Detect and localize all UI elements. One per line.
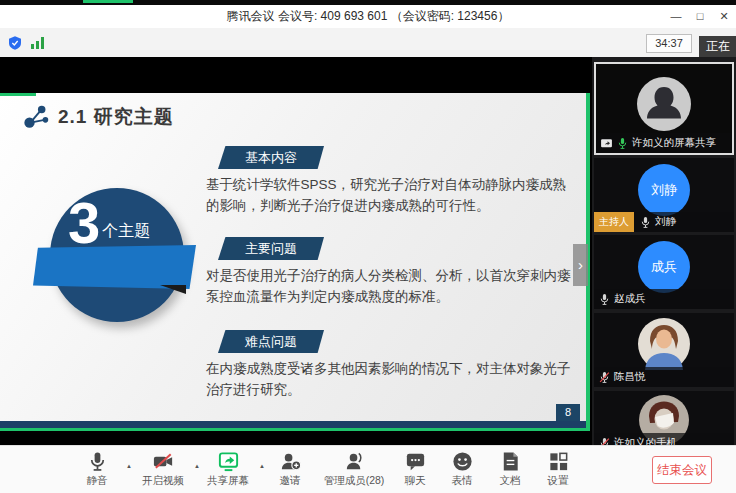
host-badge: 主持人	[594, 212, 634, 232]
slide-footer-bar	[0, 421, 587, 428]
mic-muted-icon	[598, 371, 611, 384]
participant-tile-chenchangyue[interactable]: 陈昌悦	[594, 313, 734, 387]
participant-tile-xuruyi-phone[interactable]: 许如义的手机	[594, 391, 734, 445]
participant-tile-screen-share[interactable]: 许如义的屏幕共享	[594, 62, 734, 155]
section-badge-main: 主要问题	[218, 237, 324, 260]
window-titlebar[interactable]: 腾讯会议 会议号: 409 693 601 （会议密码: 123456） — □…	[0, 5, 736, 28]
document-icon	[499, 450, 522, 473]
initials-avatar: 刘静	[638, 164, 690, 216]
section-text-difficulty: 在内瘘成熟度受诸多其他因素影响的情况下，对主体对象光子治疗进行研究。	[206, 358, 578, 400]
invite-person-icon	[279, 450, 302, 473]
section-text-main: 对是否使用光子治疗的病人分类检测、分析，以首次穿刺内瘘泵控血流量作为判定内瘘成熟…	[206, 265, 578, 307]
share-border-fragment	[83, 0, 133, 3]
participant-name: 陈昌悦	[614, 370, 646, 384]
members-icon	[343, 450, 366, 473]
invite-button[interactable]: 邀请	[262, 450, 318, 488]
meeting-timer: 34:37	[646, 34, 692, 53]
smiley-icon	[451, 450, 474, 473]
mic-icon	[86, 450, 109, 473]
share-border-top	[0, 93, 36, 96]
section-text-basic: 基于统计学软件SPSS，研究光子治疗对自体动静脉内瘘成熟的影响，判断光子治疗促进…	[206, 174, 578, 216]
silhouette-avatar	[636, 76, 692, 132]
mic-icon	[598, 293, 611, 306]
mic-on-icon	[616, 137, 629, 150]
start-video-button[interactable]: 开启视频	[135, 450, 191, 488]
chat-bubble-icon	[404, 450, 427, 473]
settings-grid-icon	[547, 450, 570, 473]
network-signal-icon[interactable]	[31, 37, 45, 49]
share-screen-icon	[217, 450, 240, 473]
camera-off-icon	[152, 450, 175, 473]
window-title: 腾讯会议 会议号: 409 693 601 （会议密码: 123456）	[0, 5, 736, 28]
topic-number: 3	[68, 193, 100, 253]
participant-name: 赵成兵	[614, 292, 646, 306]
share-border-bottom	[0, 428, 590, 431]
participant-name: 许如义的屏幕共享	[632, 136, 716, 150]
ribbon-fold-shadow	[160, 285, 186, 294]
slide-next-arrow: ›	[573, 244, 588, 286]
close-button[interactable]: ✕	[712, 5, 736, 28]
shared-screen-area: 2.1 研究主题 3 个主题 基本内容 基于统计学软件SPSS，研究光子治疗对自…	[0, 57, 592, 445]
molecule-icon	[22, 102, 52, 132]
slide-page-number: 8	[556, 404, 580, 421]
participants-panel: 许如义的屏幕共享 刘静 主持人 刘静 成兵 赵成兵	[592, 57, 736, 445]
settings-button[interactable]: 设置	[530, 450, 586, 488]
photo-avatar	[638, 318, 690, 370]
window-controls: — □ ✕	[664, 5, 736, 28]
mute-button[interactable]: 静音	[69, 450, 125, 488]
minimize-button[interactable]: —	[664, 5, 688, 28]
participant-tile-zhaochengbing[interactable]: 成兵 赵成兵	[594, 235, 734, 309]
section-badge-basic: 基本内容	[218, 146, 324, 169]
mic-muted-icon	[598, 437, 611, 446]
meeting-toolbar: 静音 ▲ 开启视频 ▲ 共享屏幕 ▲ 邀请	[0, 445, 736, 493]
share-screen-button[interactable]: 共享屏幕	[200, 450, 256, 488]
manage-members-button[interactable]: 管理成员(28)	[316, 450, 392, 488]
topic-count: 3 个主题	[68, 193, 150, 253]
participant-tile-liujing[interactable]: 刘静 主持人 刘静	[594, 158, 734, 232]
sharing-status-popup: 正在	[699, 36, 736, 57]
screen-share-mini-icon	[600, 137, 613, 150]
presentation-slide: 2.1 研究主题 3 个主题 基本内容 基于统计学软件SPSS，研究光子治疗对自…	[0, 93, 587, 421]
mute-options-caret[interactable]: ▲	[126, 463, 132, 469]
maximize-button[interactable]: □	[688, 5, 712, 28]
section-badge-difficulty: 难点问题	[218, 330, 324, 353]
slide-title: 2.1 研究主题	[58, 104, 174, 130]
meeting-statusbar: 34:37 正在	[0, 28, 736, 57]
participant-name: 刘静	[655, 215, 676, 229]
topic-unit: 个主题	[102, 221, 150, 242]
meeting-security-shield-icon[interactable]	[7, 35, 23, 51]
mic-icon	[639, 216, 652, 229]
end-meeting-button[interactable]: 结束会议	[652, 456, 712, 484]
initials-avatar: 成兵	[638, 241, 690, 293]
participant-name: 许如义的手机	[614, 436, 677, 445]
